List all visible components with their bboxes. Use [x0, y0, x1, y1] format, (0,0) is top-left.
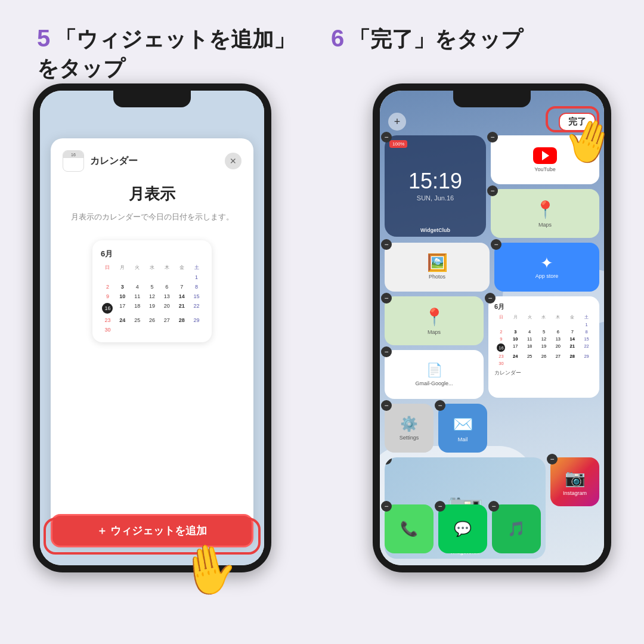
- widget-add-panel: 16 カレンダー ✕ 月表示 月表示のカレンダーで今日の日付を示します。 6月 …: [51, 138, 253, 544]
- cal-day-14: 14: [175, 292, 188, 301]
- maps-pin-icon: 📍: [535, 200, 556, 219]
- photos-label: Photos: [429, 274, 445, 280]
- plus-button[interactable]: +: [388, 113, 406, 131]
- cal-day-25: 25: [131, 316, 144, 324]
- line-app-icon: 💬: [454, 521, 472, 537]
- battery-badge: 100%: [389, 140, 407, 148]
- minus-line[interactable]: −: [435, 501, 445, 512]
- photos-widget: − 🖼️ Photos: [385, 243, 490, 292]
- widget-row-2: − 🖼️ Photos − ✦ App store: [385, 243, 599, 292]
- mail-icon: ✉️: [453, 414, 473, 434]
- maps-widget-1: − 📍 Maps: [491, 189, 599, 238]
- step6-header: 6「完了」をタップ: [331, 25, 523, 54]
- clock-time: 15:19: [408, 171, 462, 192]
- photos-icon: 🖼️: [427, 255, 448, 271]
- line-widget: − 💬: [438, 504, 487, 553]
- cal-day-17: 17: [116, 302, 129, 315]
- cal-day-empty-5: [160, 273, 174, 281]
- instagram-widget: − 📷 Instagram: [550, 457, 599, 506]
- cal-day-28: 28: [175, 316, 188, 324]
- instagram-label: Instagram: [563, 490, 587, 496]
- cal-day-23: 23: [101, 316, 114, 324]
- maps-pin-icon-2: 📍: [424, 307, 445, 327]
- minus-calendar[interactable]: −: [485, 293, 496, 304]
- settings-gear-icon: ⚙️: [400, 416, 418, 432]
- calendar-small-icon: 16: [63, 150, 84, 172]
- cal-day-empty-7: [116, 326, 129, 334]
- step5-number: 5: [37, 25, 50, 51]
- spotify-icon: 🎵: [507, 521, 525, 537]
- mail-label: Mail: [458, 436, 468, 442]
- left-phone: 16 カレンダー ✕ 月表示 月表示のカレンダーで今日の日付を示します。 6月 …: [33, 83, 271, 572]
- cal-day-empty-1: [101, 273, 114, 281]
- minus-instagram[interactable]: −: [547, 454, 558, 465]
- cal-day-12: 12: [145, 292, 159, 301]
- minus-settings[interactable]: −: [381, 400, 392, 411]
- step5-label: 「ウィジェットを追加」 をタップ: [37, 27, 295, 80]
- maps-label-1: Maps: [538, 222, 552, 228]
- youtube-icon: [533, 147, 557, 164]
- cal-day-27: 27: [160, 316, 174, 324]
- cal-day-21: 21: [175, 302, 188, 315]
- cal-day-empty-12: [190, 326, 203, 334]
- minus-photos[interactable]: −: [381, 239, 392, 250]
- cal-day-2: 2: [101, 283, 114, 291]
- cal-lg-hdr-wed: 水: [537, 314, 551, 321]
- widgetclub-label-1: WidgetClub: [420, 227, 450, 233]
- step6-number: 6: [331, 25, 344, 51]
- minus-maps2[interactable]: −: [381, 293, 392, 304]
- clock-widget: − 100% 15:19 SUN, Jun.16 WidgetClub: [385, 135, 486, 237]
- clock-date: SUN, Jun.16: [417, 194, 454, 202]
- minus-gmail[interactable]: −: [381, 346, 392, 357]
- maps-label-2: Maps: [428, 329, 441, 335]
- cal-header-sat: 土: [190, 263, 203, 272]
- minus-mail[interactable]: −: [435, 400, 445, 411]
- left-phone-notch: [113, 91, 191, 107]
- cal-day-20: 20: [160, 302, 174, 315]
- cal-lg-hdr-tue: 火: [523, 314, 537, 321]
- cal-header-mon: 月: [116, 263, 129, 272]
- minus-widgetclub2[interactable]: −: [385, 457, 392, 465]
- cal-day-3: 3: [116, 283, 129, 291]
- panel-main-title: 月表示: [129, 184, 175, 205]
- cal-day-26: 26: [145, 316, 159, 324]
- right-phone-screen: + 完了 − 100% 15:19 SUN, Jun.16 WidgetClub…: [380, 91, 604, 565]
- cal-header-fri: 金: [175, 263, 188, 272]
- minus-phone[interactable]: −: [381, 501, 392, 512]
- cal-lg-grid: 日 月 火 水 木 金 土 1: [494, 314, 593, 367]
- cal-day-6: 6: [160, 283, 174, 291]
- youtube-label: YouTube: [534, 166, 555, 172]
- cal-day-30: 30: [101, 326, 114, 334]
- minus-maps[interactable]: −: [487, 185, 498, 196]
- mini-cal-grid: 日 月 火 水 木 金 土 1 2 3: [101, 263, 203, 334]
- cal-day-empty-9: [145, 326, 159, 334]
- cal-day-empty-11: [175, 326, 188, 334]
- cal-day-7: 7: [175, 283, 188, 291]
- minus-appstore[interactable]: −: [491, 239, 501, 250]
- minus-spotify[interactable]: −: [488, 501, 499, 512]
- cal-day-empty-2: [116, 273, 129, 281]
- mail-widget: − ✉️ Mail: [438, 404, 487, 453]
- panel-description: 月表示のカレンダーで今日の日付を示します。: [71, 212, 234, 222]
- cal-lg-month: 6月: [494, 302, 593, 311]
- widget-row-4: − ⚙️ Settings − ✉️ Mail: [385, 404, 599, 453]
- panel-close-button[interactable]: ✕: [225, 153, 242, 169]
- appstore-label: App store: [535, 273, 559, 279]
- calendar-large-widget: − 6月 日 月 火 水 木 金 土: [488, 296, 599, 398]
- phone-widget: − 📞: [385, 504, 434, 553]
- cal-day-empty-8: [131, 326, 144, 334]
- cal-day-22: 22: [190, 302, 203, 315]
- cal-header-sun: 日: [101, 263, 114, 272]
- right-phone-notch: [453, 91, 531, 107]
- cal-day-empty-4: [145, 273, 159, 281]
- instagram-icon: 📷: [565, 468, 586, 488]
- gmail-icon: 📄: [426, 363, 442, 378]
- step6-label: 「完了」をタップ: [349, 27, 523, 51]
- appstore-icon: ✦: [540, 255, 553, 271]
- gmail-label: Gmail-Google...: [415, 380, 453, 386]
- step5-header: 5「ウィジェットを追加」 をタップ: [37, 25, 295, 83]
- cal-day-5: 5: [145, 283, 159, 291]
- cal-day-11: 11: [131, 292, 144, 301]
- cal-lg-hdr-sun: 日: [494, 314, 508, 321]
- cal-top: 16: [63, 151, 83, 158]
